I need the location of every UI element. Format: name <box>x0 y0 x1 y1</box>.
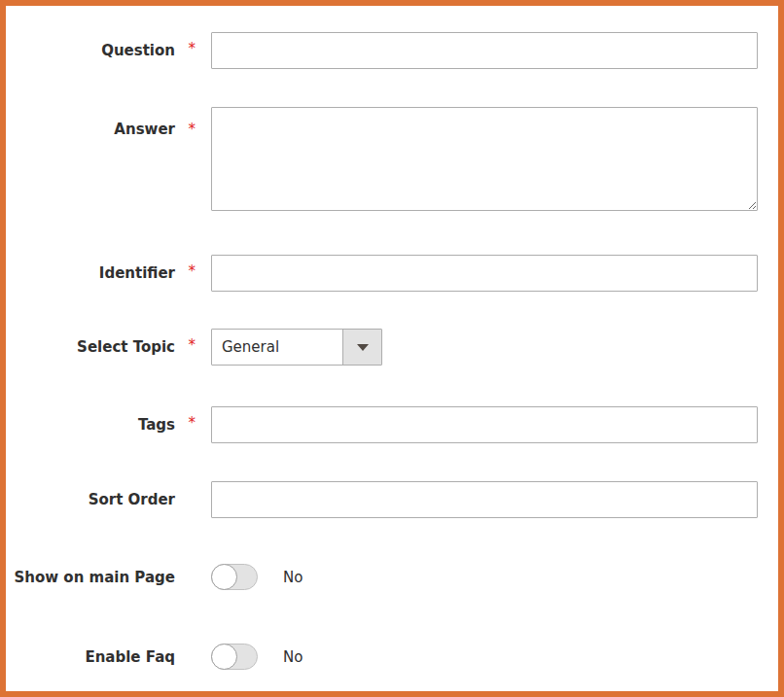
tags-input[interactable] <box>211 406 758 443</box>
field-row-sort-order: Sort Order <box>6 481 778 518</box>
field-row-tags: Tags * <box>6 406 778 443</box>
field-row-enable-faq: Enable Faq No <box>6 644 778 670</box>
show-on-main-page-toggle[interactable] <box>211 564 258 590</box>
toggle-state-label: No <box>283 569 303 586</box>
field-label-select-topic: Select Topic * <box>6 337 211 357</box>
dropdown-selected-value: General <box>212 330 342 365</box>
toggle-state-label: No <box>283 648 303 666</box>
toggle-knob <box>211 564 237 590</box>
field-label-text: Identifier <box>99 264 175 282</box>
field-label-text: Sort Order <box>89 491 175 508</box>
sort-order-input[interactable] <box>211 481 758 518</box>
field-label-text: Tags <box>138 416 175 434</box>
answer-textarea[interactable] <box>211 107 758 211</box>
field-label-text: Enable Faq <box>85 648 175 666</box>
required-asterisk: * <box>189 264 196 279</box>
field-label-text: Question <box>101 42 175 59</box>
identifier-input[interactable] <box>211 255 758 292</box>
field-row-question: Question * <box>6 32 778 69</box>
field-label-show-on-main-page: Show on main Page <box>6 568 211 587</box>
required-asterisk: * <box>189 416 196 431</box>
field-row-identifier: Identifier * <box>6 255 778 292</box>
field-label-sort-order: Sort Order <box>6 490 211 509</box>
field-label-enable-faq: Enable Faq <box>6 647 211 667</box>
dropdown-arrow-button[interactable] <box>342 330 381 365</box>
faq-form-panel: Question * Answer * Identifier * Select … <box>0 0 784 697</box>
field-label-text: Show on main Page <box>15 569 176 586</box>
field-label-text: Select Topic <box>77 338 175 356</box>
question-input[interactable] <box>211 32 758 69</box>
field-row-select-topic: Select Topic * General <box>6 329 778 366</box>
chevron-down-icon <box>357 344 369 351</box>
required-asterisk: * <box>189 42 196 56</box>
field-row-answer: Answer * <box>6 107 778 211</box>
field-label-question: Question * <box>6 41 211 60</box>
required-asterisk: * <box>189 338 196 353</box>
field-label-tags: Tags * <box>6 415 211 435</box>
required-asterisk: * <box>189 122 196 137</box>
toggle-knob <box>211 644 237 670</box>
field-label-answer: Answer * <box>6 107 211 139</box>
field-label-text: Answer <box>114 121 175 138</box>
field-label-identifier: Identifier * <box>6 263 211 283</box>
field-row-show-on-main-page: Show on main Page No <box>6 564 778 590</box>
enable-faq-toggle[interactable] <box>211 644 258 670</box>
select-topic-dropdown[interactable]: General <box>211 329 382 366</box>
